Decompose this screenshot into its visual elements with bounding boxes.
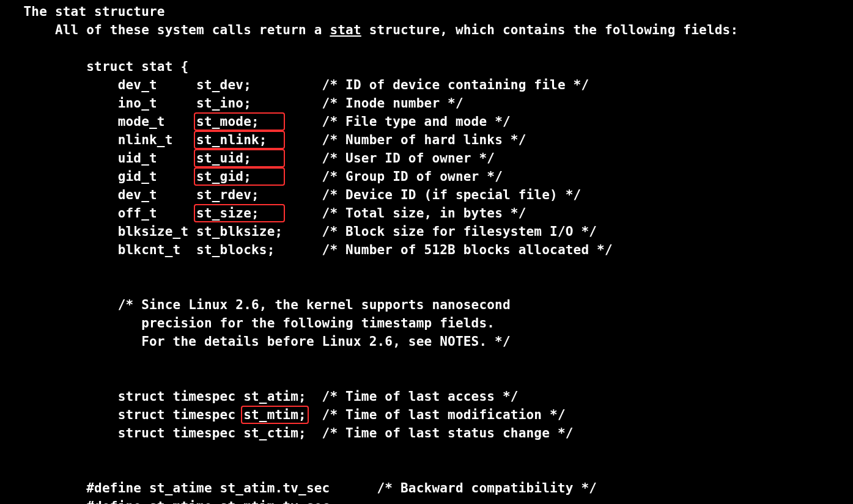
struct-field-line: dev_t st_dev; /* ID of device containing…	[0, 78, 589, 92]
struct-note: /* Since Linux 2.6, the kernel supports …	[0, 296, 853, 351]
timespec-comment: /* Time of last modification */	[322, 407, 566, 422]
field-name-highlight: st_nlink;	[194, 131, 285, 149]
struct-field-line: uid_t st_uid; /* User ID of owner */	[0, 151, 495, 166]
stat-keyword: stat	[330, 23, 361, 37]
struct-field-line: gid_t st_gid; /* Group ID of owner */	[0, 169, 503, 184]
field-type: dev_t	[118, 188, 196, 202]
note-line: precision for the following timestamp fi…	[0, 316, 495, 331]
timespec-comment: /* Time of last access */	[322, 389, 519, 404]
section-title-line: The stat structure	[0, 4, 165, 19]
field-type: uid_t	[118, 151, 196, 166]
struct-field-line: blkcnt_t st_blocks; /* Number of 512B bl…	[0, 243, 613, 257]
timespec-name-highlight: st_mtim;	[241, 406, 309, 424]
timespec-line: struct timespec st_ctim; /* Time of last…	[0, 426, 574, 440]
struct-fields: dev_t st_dev; /* ID of device containing…	[0, 76, 853, 259]
intro-line: All of these system calls return a stat …	[0, 23, 738, 37]
note-line: For the details before Linux 2.6, see NO…	[0, 334, 511, 349]
struct-field-line: nlink_t st_nlink; /* Number of hard link…	[0, 133, 526, 147]
field-comment: /* Number of hard links */	[322, 133, 526, 147]
field-type: blksize_t	[118, 224, 196, 239]
field-type: ino_t	[118, 96, 196, 111]
timespec-line: struct timespec st_atim; /* Time of last…	[0, 389, 519, 404]
struct-field-line: mode_t st_mode; /* File type and mode */	[0, 114, 511, 129]
struct-defines: #define st_atime st_atim.tv_sec /* Backw…	[0, 479, 853, 504]
field-comment: /* Number of 512B blocks allocated */	[322, 243, 613, 257]
struct-field-line: off_t st_size; /* Total size, in bytes *…	[0, 206, 526, 221]
field-comment: /* User ID of owner */	[322, 151, 495, 166]
field-name: st_ino;	[196, 96, 282, 111]
field-type: off_t	[118, 206, 196, 221]
struct-timespecs: struct timespec st_atim; /* Time of last…	[0, 387, 853, 442]
struct-field-line: ino_t st_ino; /* Inode number */	[0, 96, 463, 111]
field-type: blkcnt_t	[118, 243, 196, 257]
field-comment: /* Inode number */	[322, 96, 463, 111]
field-name: st_blocks;	[196, 243, 282, 257]
timespec-prefix: struct timespec	[118, 426, 244, 440]
field-type: gid_t	[118, 169, 196, 184]
struct-field-line: dev_t st_rdev; /* Device ID (if special …	[0, 188, 581, 202]
field-name-highlight: st_mode;	[194, 112, 285, 131]
timespec-prefix: struct timespec	[118, 389, 244, 404]
timespec-comment: /* Time of last status change */	[322, 426, 574, 440]
field-name: st_dev;	[196, 78, 282, 92]
field-comment: /* File type and mode */	[322, 114, 511, 129]
field-comment: /* Device ID (if special file) */	[322, 188, 582, 202]
field-type: mode_t	[118, 114, 196, 129]
field-type: nlink_t	[118, 133, 196, 147]
timespec-prefix: struct timespec	[118, 407, 244, 422]
field-comment: /* Group ID of owner */	[322, 169, 503, 184]
field-name-highlight: st_gid;	[194, 167, 285, 186]
field-comment: /* ID of device containing file */	[322, 78, 589, 92]
struct-open: struct stat {	[0, 59, 188, 74]
timespec-name: st_ctim;	[243, 426, 306, 440]
section-title: The stat structure	[24, 4, 165, 19]
field-comment: /* Block size for filesystem I/O */	[322, 224, 597, 239]
field-name-highlight: st_size;	[194, 204, 285, 222]
timespec-name: st_atim;	[243, 389, 306, 404]
field-name: st_blksize;	[196, 224, 282, 239]
define-line: #define st_mtime st_mtim.tv_sec	[0, 499, 330, 504]
field-comment: /* Total size, in bytes */	[322, 206, 526, 221]
field-name: st_rdev;	[196, 188, 282, 202]
note-line: /* Since Linux 2.6, the kernel supports …	[0, 298, 511, 312]
timespec-line: struct timespec st_mtim; /* Time of last…	[0, 407, 566, 422]
field-type: dev_t	[118, 78, 196, 92]
define-line: #define st_atime st_atim.tv_sec /* Backw…	[0, 481, 597, 495]
struct-field-line: blksize_t st_blksize; /* Block size for …	[0, 224, 597, 239]
field-name-highlight: st_uid;	[194, 149, 285, 167]
manpage-excerpt: The stat structure All of these system c…	[0, 0, 853, 504]
